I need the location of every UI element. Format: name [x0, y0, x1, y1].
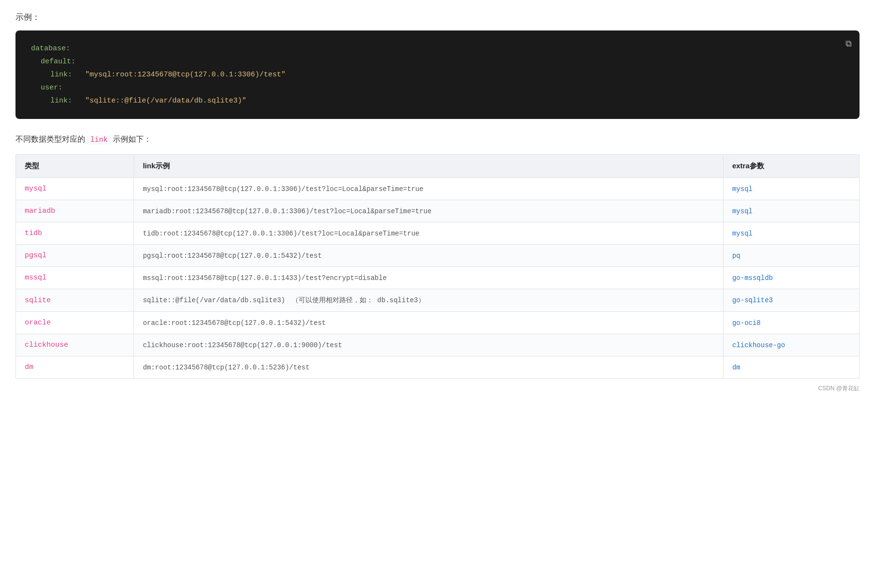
- cell-link: sqlite::@file(/var/data/db.sqlite3) （可以使…: [134, 289, 724, 312]
- cell-type: mariadb: [16, 200, 134, 222]
- cell-link: clickhouse:root:12345678@tcp(127.0.0.1:9…: [134, 334, 724, 356]
- table-header-row: 类型 link示例 extra参数: [16, 155, 860, 178]
- cell-type: mysql: [16, 178, 134, 200]
- cell-link: pgsql:root:12345678@tcp(127.0.0.1:5432)/…: [134, 245, 724, 267]
- col-header-extra: extra参数: [723, 155, 859, 178]
- cell-extra: go-oci8: [723, 312, 859, 334]
- cell-link: mariadb:root:12345678@tcp(127.0.0.1:3306…: [134, 200, 724, 222]
- copy-icon[interactable]: ⧉: [845, 36, 852, 52]
- description-suffix: 示例如下：: [113, 135, 151, 143]
- code-block: ⧉ database: default: link: "mysql:root:1…: [15, 30, 860, 119]
- section-title: 示例：: [15, 12, 860, 23]
- cell-extra: dm: [723, 356, 859, 379]
- cell-extra: mysql: [723, 222, 859, 245]
- table-row: mariadbmariadb:root:12345678@tcp(127.0.0…: [16, 200, 860, 222]
- code-line-2: default:: [31, 55, 844, 68]
- table-row: clickhouseclickhouse:root:12345678@tcp(1…: [16, 334, 860, 356]
- cell-link: dm:root:12345678@tcp(127.0.0.1:5236)/tes…: [134, 356, 724, 379]
- cell-type: clickhouse: [16, 334, 134, 356]
- cell-type: mssql: [16, 267, 134, 289]
- cell-extra: mysql: [723, 178, 859, 200]
- cell-type: oracle: [16, 312, 134, 334]
- table-row: mysqlmysql:root:12345678@tcp(127.0.0.1:3…: [16, 178, 860, 200]
- table-row: sqlitesqlite::@file(/var/data/db.sqlite3…: [16, 289, 860, 312]
- cell-link: mysql:root:12345678@tcp(127.0.0.1:3306)/…: [134, 178, 724, 200]
- table-row: oracleoracle:root:12345678@tcp(127.0.0.1…: [16, 312, 860, 334]
- description: 不同数据类型对应的 link 示例如下：: [15, 134, 860, 145]
- description-inline-code: link: [87, 135, 110, 145]
- code-line-3: link: "mysql:root:12345678@tcp(127.0.0.1…: [31, 68, 844, 81]
- table-row: dmdm:root:12345678@tcp(127.0.0.1:5236)/t…: [16, 356, 860, 379]
- cell-extra: go-sqlite3: [723, 289, 859, 312]
- table-row: mssqlmssql:root:12345678@tcp(127.0.0.1:1…: [16, 267, 860, 289]
- cell-type: pgsql: [16, 245, 134, 267]
- db-table: 类型 link示例 extra参数 mysqlmysql:root:123456…: [15, 154, 860, 379]
- cell-extra: go-mssqldb: [723, 267, 859, 289]
- cell-extra: mysql: [723, 200, 859, 222]
- cell-extra: pq: [723, 245, 859, 267]
- cell-link: mssql:root:12345678@tcp(127.0.0.1:1433)/…: [134, 267, 724, 289]
- cell-link: oracle:root:12345678@tcp(127.0.0.1:5432)…: [134, 312, 724, 334]
- cell-type: tidb: [16, 222, 134, 245]
- cell-link: tidb:root:12345678@tcp(127.0.0.1:3306)/t…: [134, 222, 724, 245]
- col-header-link: link示例: [134, 155, 724, 178]
- code-line-1: database:: [31, 42, 844, 55]
- cell-extra: clickhouse-go: [723, 334, 859, 356]
- description-prefix: 不同数据类型对应的: [15, 135, 85, 143]
- col-header-type: 类型: [16, 155, 134, 178]
- table-row: tidbtidb:root:12345678@tcp(127.0.0.1:330…: [16, 222, 860, 245]
- cell-type: dm: [16, 356, 134, 379]
- cell-type: sqlite: [16, 289, 134, 312]
- table-row: pgsqlpgsql:root:12345678@tcp(127.0.0.1:5…: [16, 245, 860, 267]
- code-line-5: link: "sqlite::@file(/var/data/db.sqlite…: [31, 94, 844, 107]
- code-line-4: user:: [31, 81, 844, 94]
- footer-watermark: CSDN @青花缸: [15, 384, 860, 393]
